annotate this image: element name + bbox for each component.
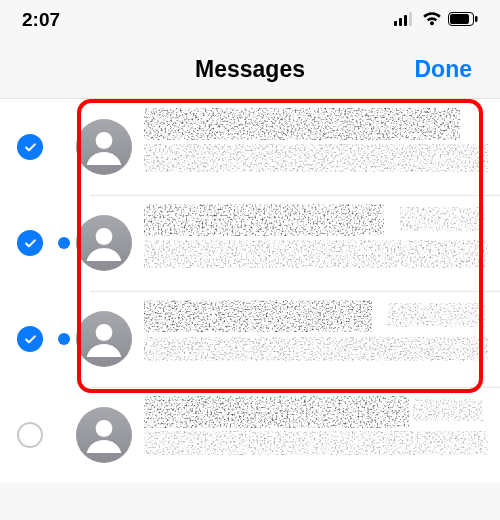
status-time: 2:07 [22, 9, 60, 31]
cellular-signal-icon [394, 9, 416, 31]
svg-rect-0 [394, 21, 397, 26]
wifi-icon [422, 9, 442, 31]
battery-icon [448, 9, 478, 31]
svg-rect-11 [144, 207, 362, 233]
select-checkbox[interactable] [17, 326, 43, 352]
svg-rect-12 [408, 209, 477, 229]
unread-indicator-icon [58, 333, 70, 345]
redacted-content [144, 99, 500, 195]
svg-rect-1 [399, 18, 402, 26]
svg-rect-8 [144, 111, 431, 137]
status-right [394, 9, 478, 31]
select-checkbox[interactable] [17, 230, 43, 256]
svg-rect-3 [409, 12, 412, 26]
svg-point-10 [96, 228, 113, 245]
redacted-content [144, 195, 500, 291]
avatar-icon [76, 215, 132, 271]
message-row[interactable] [0, 99, 500, 195]
redacted-content [144, 387, 500, 483]
avatar-icon [76, 407, 132, 463]
message-row[interactable] [0, 387, 500, 483]
svg-rect-16 [396, 305, 476, 325]
message-row[interactable] [0, 195, 500, 291]
avatar-icon [76, 119, 132, 175]
svg-rect-15 [144, 303, 350, 329]
svg-rect-9 [144, 147, 465, 169]
svg-rect-17 [144, 339, 465, 359]
message-row[interactable] [0, 291, 500, 387]
redacted-content [144, 291, 500, 387]
done-button[interactable]: Done [415, 56, 473, 83]
svg-rect-19 [144, 399, 385, 425]
unread-indicator-icon [58, 237, 70, 249]
svg-rect-5 [450, 14, 469, 24]
svg-point-18 [96, 420, 113, 437]
svg-rect-20 [419, 401, 476, 419]
svg-rect-21 [144, 433, 465, 453]
svg-rect-6 [475, 16, 478, 22]
messages-list [0, 99, 500, 483]
svg-rect-2 [404, 15, 407, 26]
svg-point-14 [96, 324, 113, 341]
avatar-icon [76, 311, 132, 367]
svg-rect-13 [144, 243, 465, 265]
svg-point-7 [96, 132, 113, 149]
select-checkbox[interactable] [17, 134, 43, 160]
select-checkbox[interactable] [17, 422, 43, 448]
